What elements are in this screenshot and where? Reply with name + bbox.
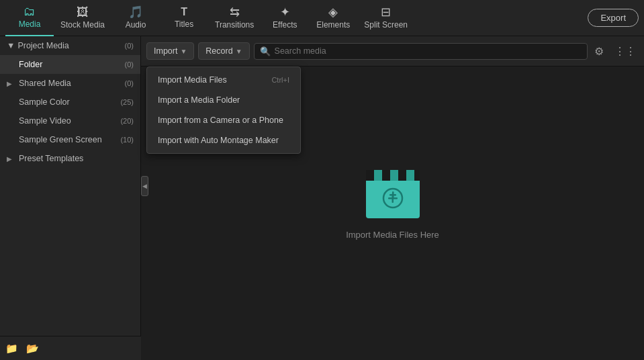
svg-rect-6: [374, 170, 382, 181]
svg-rect-13: [392, 193, 394, 203]
sample-green-screen-label: Sample Green Screen: [19, 135, 120, 144]
search-box[interactable]: 🔍: [254, 43, 588, 60]
svg-rect-4: [398, 170, 406, 181]
nav-label-titles: Titles: [175, 19, 193, 29]
dropdown-import-files[interactable]: Import Media Files Ctrl+I: [147, 70, 300, 90]
audio-icon: 🎵: [128, 6, 143, 18]
folder-label: Folder: [19, 60, 125, 69]
search-icon: 🔍: [260, 46, 271, 56]
filter-icon[interactable]: ⚙: [592, 44, 606, 59]
transitions-icon: ⇆: [230, 6, 240, 18]
top-nav: 🗂 Media 🖼 Stock Media 🎵 Audio T Titles ⇆…: [0, 0, 644, 36]
nav-label-split-screen: Split Screen: [364, 20, 408, 30]
import-camera-label: Import from a Camera or a Phone: [158, 116, 283, 125]
sample-video-label: Sample Video: [19, 116, 120, 126]
dropdown-import-camera[interactable]: Import from a Camera or a Phone: [147, 110, 300, 130]
sidebar-wrapper: ▼ Project Media (0) Folder (0) ▶ Shared …: [0, 36, 141, 336]
import-media-label: Import Media Files Here: [346, 230, 439, 240]
sidebar-item-folder[interactable]: Folder (0): [0, 55, 140, 74]
sample-green-screen-count: (10): [120, 136, 134, 144]
nav-item-effects[interactable]: ✦ Effects: [261, 0, 309, 36]
sample-video-count: (20): [120, 117, 134, 125]
record-label: Record: [205, 46, 232, 56]
sidebar-bottom: 📁 📂: [0, 336, 141, 360]
import-files-label: Import Media Files: [158, 75, 227, 85]
svg-rect-8: [406, 170, 414, 181]
record-button[interactable]: Record ▼: [198, 42, 249, 60]
sidebar: ▼ Project Media (0) Folder (0) ▶ Shared …: [0, 36, 141, 336]
nav-label-elements: Elements: [316, 20, 350, 30]
view-toggle-icon[interactable]: ⋮⋮: [612, 44, 639, 59]
toolbar-right: ⚙ ⋮⋮: [592, 44, 639, 59]
sample-color-label: Sample Color: [19, 97, 120, 107]
expand-icon-preset: ▶: [7, 155, 16, 163]
sidebar-item-project-media[interactable]: ▼ Project Media (0): [0, 36, 140, 55]
sidebar-item-sample-green-screen[interactable]: Sample Green Screen (10): [0, 130, 140, 149]
nav-item-elements[interactable]: ◈ Elements: [309, 0, 357, 36]
sidebar-item-preset-templates[interactable]: ▶ Preset Templates: [0, 149, 140, 168]
sample-color-count: (25): [120, 98, 134, 106]
import-label: Import: [154, 46, 177, 56]
media-icon: 🗂: [24, 5, 36, 17]
collapse-arrow-icon: ▼: [7, 41, 15, 50]
expand-icon-shared: ▶: [7, 80, 16, 87]
folder-count: (0): [125, 60, 134, 69]
import-button[interactable]: Import ▼: [146, 42, 194, 60]
elements-icon: ◈: [328, 6, 338, 18]
import-files-shortcut: Ctrl+I: [271, 76, 289, 84]
import-folder-label: Import a Media Folder: [158, 95, 240, 105]
sidebar-collapse-handle[interactable]: ◀: [141, 176, 148, 196]
svg-rect-3: [382, 170, 390, 181]
nav-item-audio[interactable]: 🎵 Audio: [111, 0, 160, 36]
nav-item-media[interactable]: 🗂 Media: [5, 0, 54, 36]
import-arrow-icon: ▼: [180, 48, 187, 55]
sidebar-item-sample-color[interactable]: Sample Color (25): [0, 93, 140, 111]
svg-rect-7: [390, 170, 398, 181]
dropdown-import-montage[interactable]: Import with Auto Montage Maker: [147, 130, 300, 150]
split-screen-icon: ⊟: [381, 6, 391, 18]
titles-icon: T: [181, 7, 187, 17]
export-button[interactable]: Export: [588, 9, 639, 27]
import-dropdown: Import Media Files Ctrl+I Import a Media…: [146, 66, 301, 154]
preset-templates-label: Preset Templates: [19, 154, 134, 163]
shared-media-label: Shared Media: [19, 79, 125, 88]
sidebar-item-shared-media[interactable]: ▶ Shared Media (0): [0, 74, 140, 93]
search-input[interactable]: [275, 46, 582, 56]
collapse-chevron-icon: ◀: [142, 183, 147, 189]
nav-label-effects: Effects: [273, 20, 297, 30]
svg-rect-5: [414, 170, 420, 181]
toolbar: Import ▼ Record ▼ 🔍 ⚙ ⋮⋮ Import Media Fi…: [141, 36, 644, 66]
add-icon[interactable]: 📂: [26, 343, 39, 355]
new-folder-icon[interactable]: 📁: [5, 343, 18, 355]
nav-item-titles[interactable]: T Titles: [160, 0, 208, 36]
nav-item-split-screen[interactable]: ⊟ Split Screen: [357, 0, 414, 36]
project-media-label: Project Media: [17, 41, 124, 50]
stock-media-icon: 🖼: [77, 6, 89, 18]
clapperboard-icon: [363, 163, 423, 220]
effects-icon: ✦: [280, 6, 290, 18]
record-arrow-icon: ▼: [236, 48, 242, 55]
nav-label-audio: Audio: [126, 20, 146, 30]
import-montage-label: Import with Auto Montage Maker: [158, 136, 279, 145]
project-media-count: (0): [125, 42, 134, 50]
content-area: Import ▼ Record ▼ 🔍 ⚙ ⋮⋮ Import Media Fi…: [141, 36, 644, 336]
svg-rect-2: [366, 170, 374, 181]
nav-item-transitions[interactable]: ⇆ Transitions: [208, 0, 261, 36]
main-layout: ▼ Project Media (0) Folder (0) ▶ Shared …: [0, 36, 644, 336]
dropdown-import-folder[interactable]: Import a Media Folder: [147, 90, 300, 110]
sidebar-item-sample-video[interactable]: Sample Video (20): [0, 111, 140, 130]
nav-item-stock-media[interactable]: 🖼 Stock Media: [54, 0, 111, 36]
nav-label-media: Media: [19, 19, 41, 29]
nav-label-transitions: Transitions: [215, 20, 254, 30]
shared-media-count: (0): [125, 79, 134, 87]
nav-label-stock-media: Stock Media: [60, 20, 105, 30]
sidebar-section-project-media: ▼ Project Media (0) Folder (0): [0, 36, 140, 74]
